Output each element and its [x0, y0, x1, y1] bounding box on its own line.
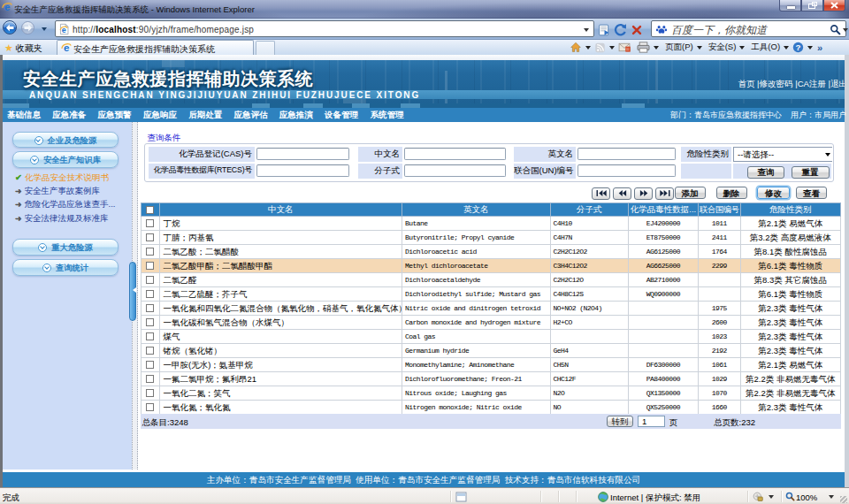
svg-text:?: ? [796, 42, 801, 52]
